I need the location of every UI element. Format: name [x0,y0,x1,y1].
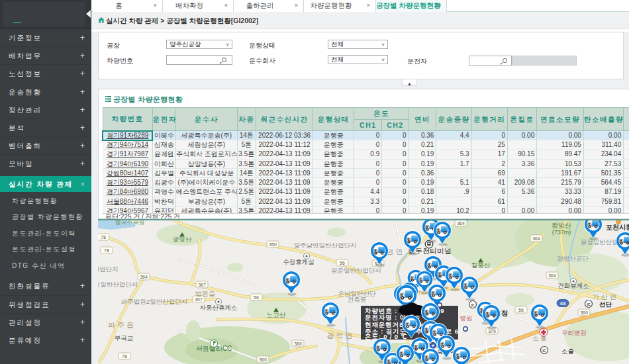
svg-text:건축중: 건축중 [348,296,367,303]
svg-text:검준일반산업단지: 검준일반산업단지 [331,267,381,274]
svg-text:350: 350 [269,242,277,247]
svg-text:IC: IC [587,302,591,306]
svg-text:부곡교: 부곡교 [115,334,134,341]
svg-text:IC: IC [471,303,475,307]
svg-text:78: 78 [122,354,127,359]
svg-text:360: 360 [259,357,267,362]
svg-text:가 산 면: 가 산 면 [593,293,616,300]
svg-text:379: 379 [488,329,496,334]
svg-text:왕방산공단: 왕방산공단 [557,255,589,262]
svg-text:364: 364 [140,275,148,279]
svg-text:파주법원2일반산업단지: 파주법원2일반산업단지 [121,298,187,305]
svg-text:광 적 면: 광 적 면 [326,332,352,340]
svg-text:360: 360 [294,341,302,346]
svg-text:307: 307 [195,297,203,302]
svg-text:반산업단지: 반산업단지 [98,265,119,273]
svg-text:56: 56 [518,308,524,312]
svg-text:양주남면일반산업단지: 양주남면일반산업단지 [294,242,357,249]
svg-text:현 면: 현 면 [386,248,403,255]
svg-text:불곡수목원: 불곡수목원 [115,220,145,226]
svg-text:78: 78 [104,248,109,253]
svg-text:56: 56 [340,261,345,265]
svg-text:노고산: 노고산 [267,311,286,318]
svg-text:78: 78 [101,235,106,240]
svg-text:포천시청: 포천시청 [606,224,629,231]
svg-text:364: 364 [548,273,556,278]
svg-text:선단: 선단 [599,300,612,308]
svg-text:364: 364 [457,221,465,226]
svg-text:왕방산: 왕방산 [552,222,571,229]
svg-text:병원: 병원 [460,314,473,322]
svg-text:광명산: 광명산 [173,236,192,243]
svg-text:법원읍: 법원읍 [195,290,215,297]
svg-text:43: 43 [560,300,565,306]
svg-text:소흘: 소흘 [561,347,574,355]
svg-text:IC: IC [542,349,546,353]
svg-text:유일반산업단지: 유일반산업단지 [98,281,138,288]
svg-text:360: 360 [580,310,588,315]
svg-text:367: 367 [198,283,206,287]
svg-text:수정휴게실: 수정휴게실 [283,258,314,265]
svg-text:364: 364 [532,236,540,241]
svg-text:칠봉산: 칠봉산 [471,261,491,269]
svg-text:56: 56 [254,295,259,300]
svg-text:우리병원: 우리병원 [561,329,587,336]
svg-text:파주읍: 파주읍 [108,321,136,329]
svg-text:(737m): (737m) [552,229,571,236]
